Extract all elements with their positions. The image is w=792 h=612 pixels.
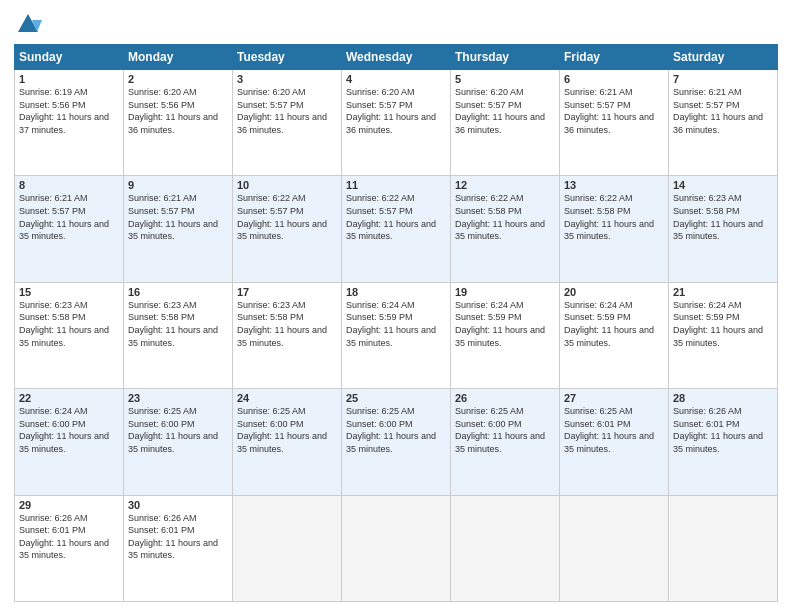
day-info: Sunrise: 6:25 AMSunset: 6:00 PMDaylight:… xyxy=(237,406,327,454)
table-row: 6 Sunrise: 6:21 AMSunset: 5:57 PMDayligh… xyxy=(560,70,669,176)
day-info: Sunrise: 6:22 AMSunset: 5:58 PMDaylight:… xyxy=(455,193,545,241)
table-row: 26 Sunrise: 6:25 AMSunset: 6:00 PMDaylig… xyxy=(451,389,560,495)
table-row: 14 Sunrise: 6:23 AMSunset: 5:58 PMDaylig… xyxy=(669,176,778,282)
day-number: 28 xyxy=(673,392,773,404)
table-row: 23 Sunrise: 6:25 AMSunset: 6:00 PMDaylig… xyxy=(124,389,233,495)
table-row: 24 Sunrise: 6:25 AMSunset: 6:00 PMDaylig… xyxy=(233,389,342,495)
table-row: 22 Sunrise: 6:24 AMSunset: 6:00 PMDaylig… xyxy=(15,389,124,495)
table-row: 28 Sunrise: 6:26 AMSunset: 6:01 PMDaylig… xyxy=(669,389,778,495)
col-saturday: Saturday xyxy=(669,45,778,70)
table-row: 18 Sunrise: 6:24 AMSunset: 5:59 PMDaylig… xyxy=(342,282,451,388)
day-number: 10 xyxy=(237,179,337,191)
table-row: 5 Sunrise: 6:20 AMSunset: 5:57 PMDayligh… xyxy=(451,70,560,176)
logo-icon xyxy=(14,10,42,38)
day-info: Sunrise: 6:23 AMSunset: 5:58 PMDaylight:… xyxy=(237,300,327,348)
day-number: 8 xyxy=(19,179,119,191)
col-monday: Monday xyxy=(124,45,233,70)
table-row: 25 Sunrise: 6:25 AMSunset: 6:00 PMDaylig… xyxy=(342,389,451,495)
day-info: Sunrise: 6:21 AMSunset: 5:57 PMDaylight:… xyxy=(19,193,109,241)
day-number: 3 xyxy=(237,73,337,85)
day-info: Sunrise: 6:23 AMSunset: 5:58 PMDaylight:… xyxy=(673,193,763,241)
day-number: 12 xyxy=(455,179,555,191)
day-number: 13 xyxy=(564,179,664,191)
day-number: 23 xyxy=(128,392,228,404)
day-number: 15 xyxy=(19,286,119,298)
table-row: 2 Sunrise: 6:20 AMSunset: 5:56 PMDayligh… xyxy=(124,70,233,176)
week-row-2: 8 Sunrise: 6:21 AMSunset: 5:57 PMDayligh… xyxy=(15,176,778,282)
table-row xyxy=(560,495,669,601)
day-info: Sunrise: 6:24 AMSunset: 6:00 PMDaylight:… xyxy=(19,406,109,454)
day-info: Sunrise: 6:26 AMSunset: 6:01 PMDaylight:… xyxy=(19,513,109,561)
calendar-table: Sunday Monday Tuesday Wednesday Thursday… xyxy=(14,44,778,602)
day-info: Sunrise: 6:22 AMSunset: 5:57 PMDaylight:… xyxy=(237,193,327,241)
day-info: Sunrise: 6:21 AMSunset: 5:57 PMDaylight:… xyxy=(128,193,218,241)
day-info: Sunrise: 6:24 AMSunset: 5:59 PMDaylight:… xyxy=(346,300,436,348)
logo xyxy=(14,10,46,38)
table-row: 21 Sunrise: 6:24 AMSunset: 5:59 PMDaylig… xyxy=(669,282,778,388)
day-number: 20 xyxy=(564,286,664,298)
day-info: Sunrise: 6:23 AMSunset: 5:58 PMDaylight:… xyxy=(128,300,218,348)
table-row: 17 Sunrise: 6:23 AMSunset: 5:58 PMDaylig… xyxy=(233,282,342,388)
day-number: 17 xyxy=(237,286,337,298)
day-info: Sunrise: 6:26 AMSunset: 6:01 PMDaylight:… xyxy=(673,406,763,454)
day-info: Sunrise: 6:25 AMSunset: 6:00 PMDaylight:… xyxy=(346,406,436,454)
col-thursday: Thursday xyxy=(451,45,560,70)
day-info: Sunrise: 6:19 AMSunset: 5:56 PMDaylight:… xyxy=(19,87,109,135)
day-info: Sunrise: 6:22 AMSunset: 5:58 PMDaylight:… xyxy=(564,193,654,241)
day-info: Sunrise: 6:26 AMSunset: 6:01 PMDaylight:… xyxy=(128,513,218,561)
day-info: Sunrise: 6:25 AMSunset: 6:01 PMDaylight:… xyxy=(564,406,654,454)
day-info: Sunrise: 6:24 AMSunset: 5:59 PMDaylight:… xyxy=(455,300,545,348)
table-row: 11 Sunrise: 6:22 AMSunset: 5:57 PMDaylig… xyxy=(342,176,451,282)
table-row: 1 Sunrise: 6:19 AMSunset: 5:56 PMDayligh… xyxy=(15,70,124,176)
table-row xyxy=(233,495,342,601)
day-number: 29 xyxy=(19,499,119,511)
table-row: 27 Sunrise: 6:25 AMSunset: 6:01 PMDaylig… xyxy=(560,389,669,495)
day-info: Sunrise: 6:24 AMSunset: 5:59 PMDaylight:… xyxy=(673,300,763,348)
table-row xyxy=(342,495,451,601)
day-info: Sunrise: 6:21 AMSunset: 5:57 PMDaylight:… xyxy=(673,87,763,135)
day-number: 18 xyxy=(346,286,446,298)
day-number: 4 xyxy=(346,73,446,85)
day-info: Sunrise: 6:24 AMSunset: 5:59 PMDaylight:… xyxy=(564,300,654,348)
day-info: Sunrise: 6:25 AMSunset: 6:00 PMDaylight:… xyxy=(128,406,218,454)
day-info: Sunrise: 6:25 AMSunset: 6:00 PMDaylight:… xyxy=(455,406,545,454)
day-number: 11 xyxy=(346,179,446,191)
day-number: 9 xyxy=(128,179,228,191)
day-number: 16 xyxy=(128,286,228,298)
table-row: 29 Sunrise: 6:26 AMSunset: 6:01 PMDaylig… xyxy=(15,495,124,601)
day-number: 21 xyxy=(673,286,773,298)
day-info: Sunrise: 6:20 AMSunset: 5:56 PMDaylight:… xyxy=(128,87,218,135)
day-info: Sunrise: 6:21 AMSunset: 5:57 PMDaylight:… xyxy=(564,87,654,135)
table-row: 9 Sunrise: 6:21 AMSunset: 5:57 PMDayligh… xyxy=(124,176,233,282)
day-number: 6 xyxy=(564,73,664,85)
calendar-header-row: Sunday Monday Tuesday Wednesday Thursday… xyxy=(15,45,778,70)
week-row-3: 15 Sunrise: 6:23 AMSunset: 5:58 PMDaylig… xyxy=(15,282,778,388)
col-tuesday: Tuesday xyxy=(233,45,342,70)
week-row-5: 29 Sunrise: 6:26 AMSunset: 6:01 PMDaylig… xyxy=(15,495,778,601)
table-row: 4 Sunrise: 6:20 AMSunset: 5:57 PMDayligh… xyxy=(342,70,451,176)
table-row: 13 Sunrise: 6:22 AMSunset: 5:58 PMDaylig… xyxy=(560,176,669,282)
day-number: 19 xyxy=(455,286,555,298)
table-row: 19 Sunrise: 6:24 AMSunset: 5:59 PMDaylig… xyxy=(451,282,560,388)
table-row: 20 Sunrise: 6:24 AMSunset: 5:59 PMDaylig… xyxy=(560,282,669,388)
page: Sunday Monday Tuesday Wednesday Thursday… xyxy=(0,0,792,612)
table-row: 30 Sunrise: 6:26 AMSunset: 6:01 PMDaylig… xyxy=(124,495,233,601)
day-info: Sunrise: 6:22 AMSunset: 5:57 PMDaylight:… xyxy=(346,193,436,241)
day-number: 25 xyxy=(346,392,446,404)
day-number: 24 xyxy=(237,392,337,404)
day-info: Sunrise: 6:20 AMSunset: 5:57 PMDaylight:… xyxy=(237,87,327,135)
table-row: 16 Sunrise: 6:23 AMSunset: 5:58 PMDaylig… xyxy=(124,282,233,388)
day-info: Sunrise: 6:23 AMSunset: 5:58 PMDaylight:… xyxy=(19,300,109,348)
day-number: 22 xyxy=(19,392,119,404)
col-wednesday: Wednesday xyxy=(342,45,451,70)
day-number: 27 xyxy=(564,392,664,404)
day-number: 5 xyxy=(455,73,555,85)
day-info: Sunrise: 6:20 AMSunset: 5:57 PMDaylight:… xyxy=(455,87,545,135)
table-row: 12 Sunrise: 6:22 AMSunset: 5:58 PMDaylig… xyxy=(451,176,560,282)
day-number: 7 xyxy=(673,73,773,85)
week-row-4: 22 Sunrise: 6:24 AMSunset: 6:00 PMDaylig… xyxy=(15,389,778,495)
week-row-1: 1 Sunrise: 6:19 AMSunset: 5:56 PMDayligh… xyxy=(15,70,778,176)
day-info: Sunrise: 6:20 AMSunset: 5:57 PMDaylight:… xyxy=(346,87,436,135)
table-row: 10 Sunrise: 6:22 AMSunset: 5:57 PMDaylig… xyxy=(233,176,342,282)
day-number: 2 xyxy=(128,73,228,85)
